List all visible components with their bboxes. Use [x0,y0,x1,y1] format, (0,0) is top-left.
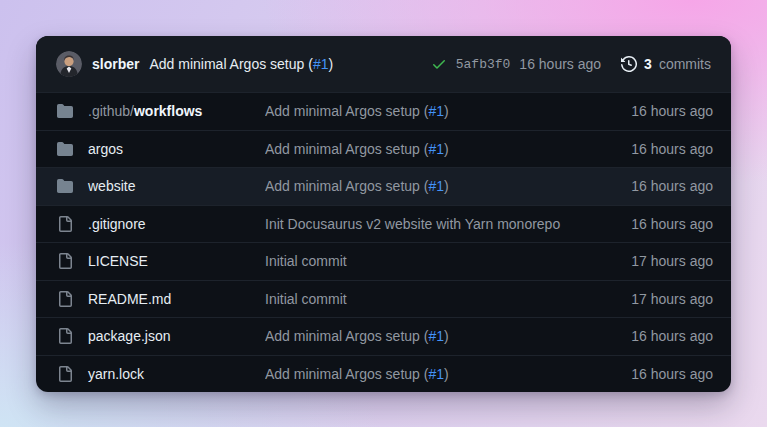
row-commit-message[interactable]: Add minimal Argos setup (#1) [265,141,631,157]
pr-link[interactable]: #1 [428,328,444,344]
row-commit-time[interactable]: 16 hours ago [631,366,713,382]
file-name-cell: .github/workflows [57,103,265,119]
file-name-cell: yarn.lock [57,366,265,382]
file-name-cell: argos [57,141,265,157]
file-list: .github/workflows Add minimal Argos setu… [36,92,731,392]
row-commit-time[interactable]: 17 hours ago [631,253,713,269]
check-icon[interactable] [431,56,447,72]
file-name-cell: website [57,178,265,194]
folder-icon [57,178,73,194]
file-icon [57,216,73,232]
history-icon [621,56,637,72]
latest-commit-header: slorber Add minimal Argos setup (#1) 5af… [36,36,731,92]
commits-label: commits [659,56,711,72]
row-commit-time[interactable]: 17 hours ago [631,291,713,307]
file-name[interactable]: argos [88,141,123,157]
row-commit-time[interactable]: 16 hours ago [631,178,713,194]
avatar[interactable] [56,51,82,77]
file-icon [57,328,73,344]
row-commit-message[interactable]: Add minimal Argos setup (#1) [265,178,631,194]
commit-time: 16 hours ago [519,56,601,72]
file-name-cell: package.json [57,328,265,344]
table-row: argos Add minimal Argos setup (#1) 16 ho… [36,130,731,168]
row-commit-time[interactable]: 16 hours ago [631,103,713,119]
file-name[interactable]: package.json [88,328,171,344]
table-row: LICENSE Initial commit 17 hours ago [36,242,731,280]
file-icon [57,253,73,269]
table-row: website Add minimal Argos setup (#1) 16 … [36,167,731,205]
file-name[interactable]: workflows [134,103,202,119]
table-row: .github/workflows Add minimal Argos setu… [36,92,731,130]
row-commit-message[interactable]: Add minimal Argos setup (#1) [265,366,631,382]
row-commit-time[interactable]: 16 hours ago [631,328,713,344]
pr-link[interactable]: #1 [428,141,444,157]
commit-meta: 5afb3f0 16 hours ago 3 commits [431,56,711,72]
row-commit-message[interactable]: Initial commit [265,253,631,269]
commit-message-close: ) [328,56,333,72]
commit-author[interactable]: slorber [92,56,139,72]
path-prefix[interactable]: .github/ [88,103,134,119]
row-commit-message[interactable]: Init Docusaurus v2 website with Yarn mon… [265,216,631,232]
pr-link[interactable]: #1 [313,56,329,72]
file-name-cell: README.md [57,291,265,307]
row-commit-message[interactable]: Add minimal Argos setup (#1) [265,328,631,344]
pr-link[interactable]: #1 [428,103,444,119]
commit-history-link[interactable]: 3 commits [621,56,711,72]
commits-count: 3 [644,56,652,72]
commit-message: Add minimal Argos setup (#1) [149,56,333,72]
file-name[interactable]: README.md [88,291,171,307]
file-name-cell: LICENSE [57,253,265,269]
file-name[interactable]: website [88,178,135,194]
table-row: README.md Initial commit 17 hours ago [36,280,731,318]
file-icon [57,291,73,307]
repo-file-browser-card: slorber Add minimal Argos setup (#1) 5af… [36,36,731,392]
file-icon [57,366,73,382]
commit-hash[interactable]: 5afb3f0 [456,57,511,72]
table-row: yarn.lock Add minimal Argos setup (#1) 1… [36,355,731,393]
row-commit-time[interactable]: 16 hours ago [631,216,713,232]
row-commit-time[interactable]: 16 hours ago [631,141,713,157]
table-row: package.json Add minimal Argos setup (#1… [36,317,731,355]
row-commit-message[interactable]: Initial commit [265,291,631,307]
file-name[interactable]: yarn.lock [88,366,144,382]
table-row: .gitignore Init Docusaurus v2 website wi… [36,205,731,243]
pr-link[interactable]: #1 [428,178,444,194]
page-background: slorber Add minimal Argos setup (#1) 5af… [0,0,767,427]
file-name-cell: .gitignore [57,216,265,232]
file-name[interactable]: LICENSE [88,253,148,269]
file-name[interactable]: .gitignore [88,216,146,232]
row-commit-message[interactable]: Add minimal Argos setup (#1) [265,103,631,119]
folder-icon [57,141,73,157]
pr-link[interactable]: #1 [428,366,444,382]
commit-message-text: Add minimal Argos setup ( [149,56,312,72]
folder-icon [57,103,73,119]
